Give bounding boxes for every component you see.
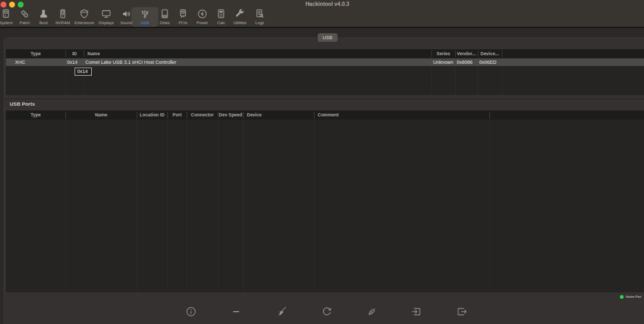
cell-id: 0x14 bbox=[67, 58, 78, 66]
info-icon bbox=[185, 306, 198, 318]
column-divider bbox=[314, 120, 314, 292]
active-port-indicator bbox=[620, 295, 624, 299]
column-divider[interactable] bbox=[489, 112, 490, 119]
column-divider[interactable] bbox=[187, 112, 187, 119]
column-header-id[interactable]: ID bbox=[65, 49, 84, 58]
column-divider[interactable] bbox=[167, 112, 168, 119]
column-divider[interactable] bbox=[218, 112, 218, 119]
wrench-icon bbox=[235, 9, 245, 19]
column-header-dev-speed[interactable]: Dev Speed bbox=[218, 111, 243, 120]
column-divider[interactable] bbox=[84, 50, 84, 57]
memory-stick-icon bbox=[57, 9, 68, 19]
info-button[interactable] bbox=[185, 305, 198, 318]
usb-controllers-table: Type ID Name Series Vendor... Device... … bbox=[6, 49, 644, 95]
controllers-table-header: Type ID Name Series Vendor... Device... bbox=[6, 49, 644, 58]
import-button[interactable] bbox=[411, 305, 423, 318]
column-header-comment[interactable]: Comment bbox=[318, 111, 339, 120]
column-header-connector[interactable]: Connector bbox=[187, 111, 218, 120]
bandage-icon bbox=[19, 9, 30, 19]
column-header-type[interactable]: Type bbox=[6, 111, 65, 120]
column-header-device[interactable]: Device... bbox=[478, 49, 502, 58]
column-divider[interactable] bbox=[314, 112, 314, 119]
column-divider[interactable] bbox=[243, 112, 244, 119]
window-chrome: Hackintool v4.0.3 System Patch Boot NVRA… bbox=[0, 0, 644, 27]
export-icon bbox=[456, 306, 469, 318]
toolbar-item-label: Disks bbox=[160, 20, 170, 25]
column-header-vendor[interactable]: Vendor... bbox=[455, 49, 478, 58]
toolbar-item-logs[interactable]: Logs bbox=[246, 7, 273, 27]
column-divider[interactable] bbox=[502, 50, 502, 57]
hackintool-window: Hackintool v4.0.3 System Patch Boot NVRA… bbox=[0, 0, 644, 324]
remove-button[interactable] bbox=[230, 305, 243, 318]
toolbar-item-label: PCIe bbox=[179, 20, 188, 25]
column-divider[interactable] bbox=[455, 50, 456, 57]
toolbar-item-label: Calc bbox=[217, 20, 225, 25]
cell-series: Unknown bbox=[433, 58, 453, 66]
log-file-icon bbox=[254, 9, 265, 19]
cell-vendor: 0x8086 bbox=[457, 58, 473, 66]
column-divider[interactable] bbox=[137, 112, 137, 119]
inject-icon bbox=[366, 306, 379, 318]
remove-icon bbox=[230, 306, 243, 318]
inject-button[interactable] bbox=[366, 305, 379, 318]
speaker-icon bbox=[121, 9, 131, 19]
ports-table-header: Type Name Location ID Port Connector Dev… bbox=[6, 111, 644, 120]
id-edit-field[interactable]: 0x14 bbox=[75, 68, 92, 76]
clear-icon bbox=[276, 306, 289, 318]
column-divider[interactable] bbox=[431, 50, 432, 57]
section-divider bbox=[4, 99, 644, 99]
monitor-icon bbox=[101, 9, 112, 19]
column-header-port[interactable]: Port bbox=[167, 111, 187, 120]
column-divider bbox=[187, 120, 187, 292]
toolbar-item-label: Displays bbox=[99, 20, 114, 25]
column-divider bbox=[489, 120, 490, 292]
table-row[interactable]: XHC 0x14 Comet Lake USB 3.1 xHCI Host Co… bbox=[6, 58, 644, 66]
column-header-name[interactable]: Name bbox=[87, 49, 100, 58]
column-divider[interactable] bbox=[65, 50, 66, 57]
column-header-location-id[interactable]: Location ID bbox=[137, 111, 167, 120]
power-bolt-icon bbox=[197, 9, 208, 19]
toolbar-item-label: System bbox=[0, 20, 13, 25]
usb-ports-section-title: USB Ports bbox=[10, 101, 35, 107]
column-divider[interactable] bbox=[65, 112, 66, 119]
toolbar-item-label: Utilities bbox=[233, 20, 246, 25]
classic-mac-icon bbox=[1, 9, 11, 19]
tab-usb[interactable]: USB bbox=[318, 33, 338, 42]
column-divider[interactable] bbox=[478, 50, 478, 57]
toolbar-item-label: USB bbox=[141, 20, 149, 25]
column-header-series[interactable]: Series bbox=[431, 49, 455, 58]
clear-button[interactable] bbox=[276, 305, 289, 318]
active-port-label: Active Port bbox=[626, 294, 641, 299]
calculator-icon bbox=[216, 9, 226, 19]
cell-type: XHC bbox=[15, 58, 25, 66]
toolbar-item-label: Logs bbox=[255, 20, 264, 25]
import-icon bbox=[411, 306, 423, 318]
toolbar-divider bbox=[0, 27, 644, 28]
column-header-name[interactable]: Name bbox=[65, 111, 137, 120]
toolbar-item-label: Extensions bbox=[75, 20, 94, 25]
hard-drive-icon bbox=[159, 9, 170, 19]
refresh-icon bbox=[321, 306, 334, 318]
cell-name: Comet Lake USB 3.1 xHCI Host Controller bbox=[85, 58, 177, 66]
export-button[interactable] bbox=[456, 305, 469, 318]
usb-ports-table: Type Name Location ID Port Connector Dev… bbox=[6, 111, 644, 292]
column-header-device[interactable]: Device bbox=[247, 111, 261, 120]
refresh-button[interactable] bbox=[321, 305, 334, 318]
toolbar-item-label: NVRAM bbox=[55, 20, 70, 25]
pci-card-icon bbox=[178, 9, 188, 19]
column-divider bbox=[65, 120, 66, 292]
column-divider bbox=[137, 120, 137, 292]
usb-icon bbox=[140, 9, 150, 19]
column-divider bbox=[243, 120, 244, 292]
toolbar-item-label: Sound bbox=[120, 20, 132, 25]
toolbar-item-label: Boot bbox=[39, 20, 47, 25]
column-header-type[interactable]: Type bbox=[6, 49, 65, 58]
column-divider bbox=[218, 120, 218, 292]
column-divider bbox=[167, 120, 168, 292]
toolbar-item-label: Power bbox=[196, 20, 208, 25]
cell-device: 0x06ED bbox=[479, 58, 496, 66]
boot-icon bbox=[38, 9, 49, 19]
shield-icon bbox=[79, 9, 90, 19]
toolbar-item-label: Patch bbox=[19, 20, 30, 25]
